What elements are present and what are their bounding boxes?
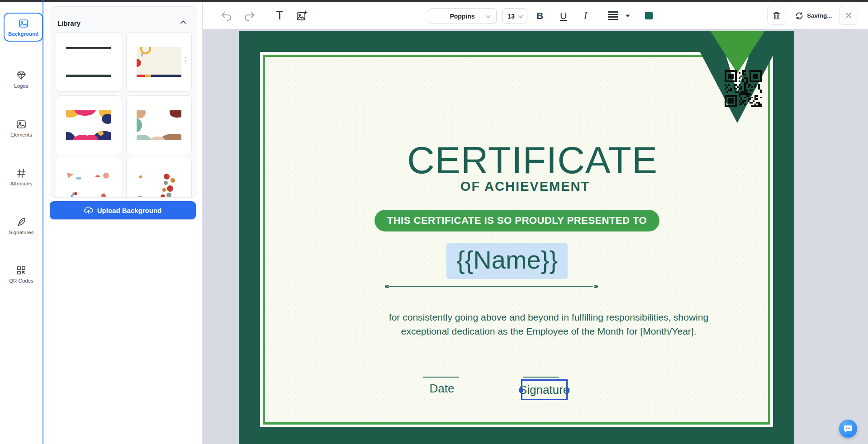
- upload-cloud-icon: [84, 206, 93, 214]
- saving-label: Saving...: [807, 12, 832, 19]
- template-thumbnail-floral: [137, 172, 181, 198]
- underline-glyph: U: [560, 10, 567, 21]
- library-title: Library: [57, 19, 81, 27]
- upload-background-button[interactable]: Upload Background: [50, 201, 196, 219]
- add-image-button[interactable]: [296, 2, 308, 29]
- body-line-2: exceptional dedication as the Employee o…: [361, 324, 736, 338]
- chat-icon: [844, 425, 853, 433]
- gem-icon: [0, 70, 43, 81]
- font-family-value: Poppins: [450, 13, 474, 20]
- qr-code[interactable]: [725, 70, 762, 107]
- italic-glyph: I: [584, 10, 587, 21]
- date-field[interactable]: Date: [430, 382, 455, 396]
- library-template-card[interactable]: [56, 95, 121, 155]
- template-thumbnail-doodle: [66, 172, 111, 198]
- sidebar-item-label: QR Codes: [0, 278, 43, 283]
- bold-button[interactable]: B: [536, 2, 543, 29]
- template-thumbnail-playful: [137, 47, 181, 77]
- close-icon: [845, 12, 852, 19]
- sidebar-item-attributes[interactable]: Attributes: [0, 168, 43, 186]
- elements-icon: [0, 119, 43, 130]
- sidebar-item-label: Background: [5, 31, 42, 37]
- certificate-subtitle[interactable]: OF ACHIEVEMENT: [460, 179, 590, 194]
- ornamental-divider: ‹‹‹ ›››: [384, 282, 598, 290]
- certificate-body-text[interactable]: for consistently going above and beyond …: [361, 310, 736, 338]
- signature-field-selected[interactable]: Signature: [521, 379, 568, 400]
- sidebar-item-label: Signatures: [0, 230, 43, 235]
- library-template-card[interactable]: [126, 95, 192, 155]
- italic-button[interactable]: I: [584, 2, 587, 29]
- template-thumbnail-plain-bars: [66, 47, 111, 77]
- presented-to-text: THIS CERTIFICATE IS SO PROUDLY PRESENTED…: [387, 215, 647, 227]
- presented-to-banner[interactable]: THIS CERTIFICATE IS SO PROUDLY PRESENTED…: [375, 210, 659, 231]
- selection-handle-left[interactable]: [519, 388, 523, 392]
- font-size-value: 13: [508, 13, 515, 20]
- sidebar-item-signatures[interactable]: Signatures: [0, 217, 43, 235]
- editor-canvas[interactable]: CERTIFICATE OF ACHIEVEMENT THIS CERTIFIC…: [203, 29, 868, 444]
- sidebar-item-label: Attributes: [0, 181, 43, 186]
- divider-left-chevrons: ‹‹‹: [384, 282, 389, 290]
- chevron-down-icon: [485, 13, 490, 18]
- align-button[interactable]: [608, 2, 618, 29]
- font-family-select[interactable]: Poppins: [428, 8, 497, 24]
- chevron-down-icon: [517, 13, 522, 18]
- body-line-1: for consistently going above and beyond …: [361, 310, 736, 324]
- certificate-title[interactable]: CERTIFICATE: [407, 138, 658, 182]
- signature-label: Signature: [519, 383, 569, 397]
- selection-handle-right[interactable]: [566, 388, 569, 392]
- align-dropdown-caret[interactable]: [625, 2, 631, 29]
- font-size-select[interactable]: 13: [502, 8, 527, 24]
- text-tool-button[interactable]: T: [276, 2, 284, 29]
- saving-status: Saving...: [795, 2, 832, 29]
- date-underline: [423, 377, 459, 378]
- signature-underline: [523, 377, 559, 378]
- template-thumbnail-abstract: [66, 110, 111, 140]
- sidebar-item-background[interactable]: Background: [4, 13, 43, 42]
- sidebar-item-label: Elements: [0, 132, 43, 137]
- library-template-card[interactable]: ⋮: [126, 32, 192, 92]
- background-image-icon: [5, 18, 42, 29]
- text-tool-glyph: T: [276, 9, 284, 23]
- sidebar-item-elements[interactable]: Elements: [0, 119, 43, 137]
- delete-button[interactable]: [767, 6, 786, 25]
- chevron-up-icon[interactable]: [180, 19, 187, 25]
- text-color-swatch[interactable]: [645, 12, 653, 19]
- card-menu-icon[interactable]: ⋮: [183, 56, 189, 63]
- trash-icon: [772, 11, 781, 20]
- redo-button[interactable]: [243, 2, 255, 29]
- template-thumbnail-organic: [137, 110, 181, 140]
- underline-button[interactable]: U: [560, 2, 567, 29]
- library-template-card[interactable]: [56, 157, 121, 198]
- sidebar-item-qr-codes[interactable]: QR Codes: [0, 265, 43, 283]
- toolbar: T Poppins 13 B U I Saving...: [203, 2, 868, 29]
- undo-button[interactable]: [221, 2, 232, 29]
- divider-right-chevrons: ›››: [593, 282, 598, 290]
- library-panel: Library ⋮: [50, 6, 197, 198]
- sidebar: Background Logos Elements Attributes Sig…: [0, 2, 43, 444]
- certificate-page: CERTIFICATE OF ACHIEVEMENT THIS CERTIFIC…: [239, 31, 794, 444]
- library-template-card[interactable]: [126, 157, 192, 198]
- chat-widget-button[interactable]: [839, 420, 857, 438]
- feather-icon: [0, 217, 43, 227]
- sidebar-item-logos[interactable]: Logos: [0, 70, 43, 89]
- upload-background-label: Upload Background: [97, 207, 162, 214]
- hash-icon: [0, 168, 43, 179]
- bold-glyph: B: [536, 10, 543, 21]
- sidebar-item-label: Logos: [0, 83, 43, 89]
- sidebar-active-border: [43, 0, 43, 444]
- library-template-card[interactable]: [56, 32, 121, 92]
- sync-icon: [795, 12, 803, 20]
- close-button[interactable]: [839, 6, 858, 25]
- name-placeholder-field[interactable]: {{Name}}: [446, 243, 568, 279]
- qr-icon: [0, 265, 43, 276]
